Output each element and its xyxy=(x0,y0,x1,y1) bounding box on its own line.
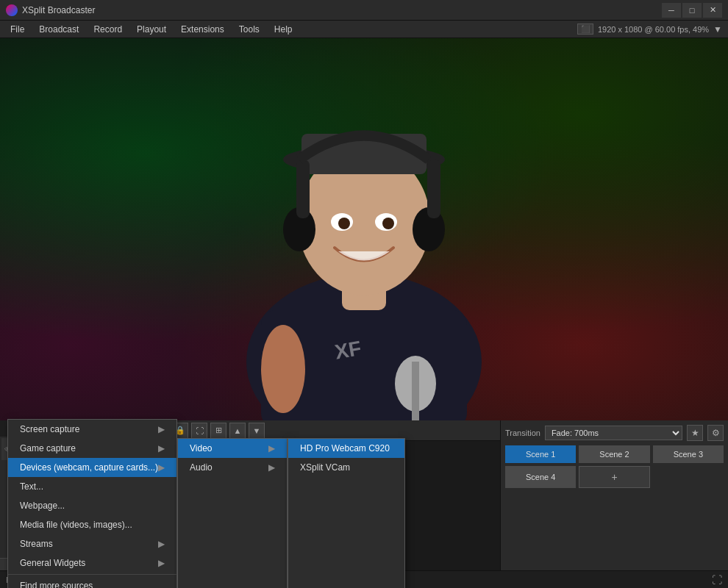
menubar: File Broadcast Record Playout Extensions… xyxy=(0,21,728,38)
menu-extensions[interactable]: Extensions xyxy=(174,23,232,36)
menu-help[interactable]: Help xyxy=(267,23,300,36)
menu-broadcast[interactable]: Broadcast xyxy=(32,23,86,36)
menubar-left: File Broadcast Record Playout Extensions… xyxy=(3,23,300,36)
svg-text:XF: XF xyxy=(333,337,363,364)
menu-file[interactable]: File xyxy=(3,23,32,36)
ctx-streams[interactable]: Streams ▶ xyxy=(8,534,176,553)
minimize-button[interactable]: ─ xyxy=(662,3,681,18)
add-scene-button[interactable]: + xyxy=(579,466,649,488)
ctx-text[interactable]: Text... xyxy=(8,477,176,496)
transition-select[interactable]: Fade: 700ms xyxy=(545,426,682,440)
submenu-arrow-icon: ▶ xyxy=(158,443,165,453)
svg-point-12 xyxy=(338,218,350,229)
submenu-arrow-icon: ▶ xyxy=(158,539,165,549)
expand-button[interactable]: ⬛ xyxy=(577,24,593,35)
submenu-camera-vcam[interactable]: XSplit VCam xyxy=(288,458,404,477)
transition-settings-button[interactable]: ⚙ xyxy=(707,425,724,441)
context-menu-separator xyxy=(8,574,176,575)
preview-area: XF xyxy=(0,38,728,420)
submenu-arrow-icon: ▶ xyxy=(158,424,165,434)
ctx-screen-capture[interactable]: Screen capture ▶ xyxy=(8,420,176,439)
scene-button-2[interactable]: Scene 2 xyxy=(579,445,649,463)
titlebar: XSplit Broadcaster ─ □ ✕ xyxy=(0,0,728,21)
svg-rect-7 xyxy=(296,159,310,218)
transition-label: Transition xyxy=(505,429,540,437)
right-panel: Transition Fade: 700ms ★ ⚙ Scene 1 Scene… xyxy=(500,420,728,573)
svg-point-13 xyxy=(382,218,394,229)
ctx-media-file[interactable]: Media file (videos, images)... xyxy=(8,515,176,534)
ctx-game-capture[interactable]: Game capture ▶ xyxy=(8,439,176,458)
star-icon-button[interactable]: ★ xyxy=(687,425,703,441)
submenu-arrow-icon: ▶ xyxy=(158,462,165,473)
preview-person: XF xyxy=(188,53,540,420)
restore-button[interactable]: □ xyxy=(682,3,702,18)
submenu-arrow-icon: ▶ xyxy=(268,443,275,453)
close-button[interactable]: ✕ xyxy=(703,3,722,18)
ctx-webpage[interactable]: Webpage... xyxy=(8,496,176,515)
app-icon xyxy=(6,4,18,16)
resize-handle-icon[interactable]: ⛶ xyxy=(712,574,722,586)
context-menu-overlay: Screen capture ▶ Game capture ▶ Devices … xyxy=(7,419,405,588)
submenu-audio[interactable]: Audio ▶ xyxy=(178,458,287,477)
scene-button-3[interactable]: Scene 3 xyxy=(653,445,724,463)
svg-point-17 xyxy=(261,325,305,413)
scene-grid: Scene 1 Scene 2 Scene 3 Scene 4 + xyxy=(505,445,724,488)
submenu-arrow-icon: ▶ xyxy=(268,462,275,473)
submenu-video[interactable]: Video ▶ xyxy=(178,439,287,458)
ctx-general-widgets[interactable]: General Widgets ▶ xyxy=(8,553,176,573)
scene-button-1[interactable]: Scene 1 xyxy=(505,445,576,463)
ctx-find-more[interactable]: Find more sources xyxy=(8,576,176,588)
menu-playout[interactable]: Playout xyxy=(129,23,174,36)
titlebar-controls: ─ □ ✕ xyxy=(662,3,722,18)
titlebar-left: XSplit Broadcaster xyxy=(6,4,95,16)
submenu-camera-hd[interactable]: HD Pro Webcam C920 xyxy=(288,439,404,458)
submenu-video-audio: Video ▶ Audio ▶ xyxy=(177,438,288,588)
svg-rect-9 xyxy=(427,159,440,218)
menubar-right: ⬛ 1920 x 1080 @ 60.00 fps, 49% ▼ xyxy=(577,24,722,35)
menu-record[interactable]: Record xyxy=(86,23,129,36)
transition-row: Transition Fade: 700ms ★ ⚙ xyxy=(505,425,724,441)
submenu-arrow-icon: ▶ xyxy=(158,558,165,568)
resolution-info: 1920 x 1080 @ 60.00 fps, 49% xyxy=(598,25,709,34)
menu-tools[interactable]: Tools xyxy=(232,23,267,36)
scene-button-4[interactable]: Scene 4 xyxy=(505,466,576,488)
titlebar-title: XSplit Broadcaster xyxy=(22,5,95,15)
svg-rect-15 xyxy=(412,362,419,420)
submenu-cameras: HD Pro Webcam C920 XSplit VCam xyxy=(288,438,405,588)
ctx-devices[interactable]: Devices (webcam, capture cards...) ▶ xyxy=(8,458,176,477)
dropdown-arrow-icon[interactable]: ▼ xyxy=(713,24,722,35)
context-menu-main: Screen capture ▶ Game capture ▶ Devices … xyxy=(7,419,177,588)
